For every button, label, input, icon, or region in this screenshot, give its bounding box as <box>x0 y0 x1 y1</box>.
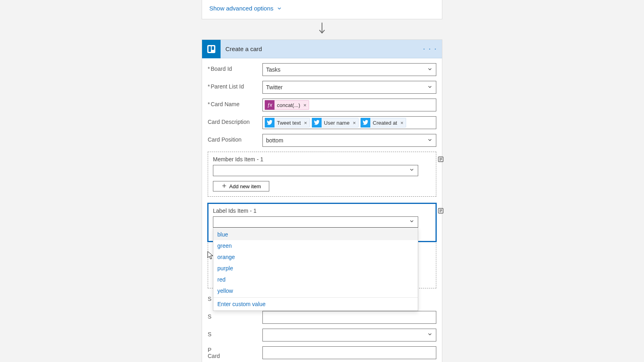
label-ids-dropdown[interactable] <box>213 216 418 228</box>
tweet-text-token[interactable]: Tweet text × <box>264 118 310 128</box>
twitter-icon <box>361 118 370 128</box>
parent-list-label: Parent List Id <box>208 81 259 94</box>
switch-array-mode-icon[interactable] <box>437 207 445 215</box>
option-orange[interactable]: orange <box>213 251 418 263</box>
remove-token-icon[interactable]: × <box>400 120 405 126</box>
svg-rect-3 <box>212 46 214 50</box>
trello-icon <box>202 40 221 58</box>
label-ids-options-panel: blue green orange purple red yellow Ente… <box>213 228 418 311</box>
parent-list-value: Twitter <box>266 84 283 90</box>
action-title: Create a card <box>221 45 262 52</box>
chevron-down-icon <box>409 167 415 174</box>
fx-token-concat[interactable]: ƒx concat(...) × <box>264 100 309 110</box>
show-advanced-toggle[interactable]: Show advanced options <box>202 3 442 12</box>
option-custom-value[interactable]: Enter custom value <box>213 297 418 310</box>
twitter-icon <box>265 118 275 128</box>
token-text: User name <box>323 120 351 126</box>
switch-array-mode-icon[interactable] <box>437 155 445 163</box>
chevron-down-icon <box>277 6 282 11</box>
obscured-field-label: S <box>208 329 259 341</box>
card-position-label: Card Position <box>208 134 259 147</box>
card-name-label: Card Name <box>208 99 259 111</box>
add-item-label: Add new item <box>229 183 261 189</box>
action-header[interactable]: Create a card · · · <box>202 40 442 58</box>
option-red[interactable]: red <box>213 274 418 285</box>
board-id-label: Board Id <box>208 63 259 76</box>
option-yellow[interactable]: yellow <box>213 285 418 296</box>
board-id-value: Tasks <box>266 66 281 73</box>
plus-icon <box>221 183 227 190</box>
show-advanced-label: Show advanced options <box>209 5 273 12</box>
fx-icon: ƒx <box>265 100 275 110</box>
card-position-dropdown[interactable]: bottom <box>262 134 436 147</box>
chevron-down-icon <box>427 137 433 144</box>
member-ids-dropdown[interactable] <box>213 165 418 176</box>
obscured-two-line-label: P Card <box>208 346 259 359</box>
fx-token-text: concat(...) <box>276 102 301 108</box>
card-desc-label: Card Description <box>208 116 259 129</box>
user-name-token[interactable]: User name × <box>312 118 359 128</box>
remove-token-icon[interactable]: × <box>352 120 357 126</box>
label-ids-label: Label Ids Item - 1 <box>213 208 431 214</box>
obscured-field-label: S <box>208 311 259 324</box>
option-green[interactable]: green <box>213 240 418 251</box>
token-text: Created at <box>372 120 398 126</box>
add-new-item-button[interactable]: Add new item <box>213 181 269 191</box>
flow-arrow-icon <box>0 22 644 37</box>
previous-card-input[interactable] <box>262 346 436 359</box>
obscured-dropdown[interactable] <box>262 329 436 341</box>
chevron-down-icon <box>427 84 433 91</box>
parent-list-dropdown[interactable]: Twitter <box>262 81 436 94</box>
option-purple[interactable]: purple <box>213 263 418 274</box>
remove-token-icon[interactable]: × <box>303 120 308 126</box>
card-name-input[interactable]: ƒx concat(...) × <box>262 99 436 111</box>
remove-token-icon[interactable]: × <box>303 102 308 108</box>
option-blue[interactable]: blue <box>213 229 418 240</box>
action-menu-button[interactable]: · · · <box>423 45 437 53</box>
obscured-text-input[interactable] <box>262 311 436 324</box>
twitter-icon <box>312 118 322 128</box>
token-text: Tweet text <box>276 120 301 126</box>
svg-rect-2 <box>208 46 211 52</box>
board-id-dropdown[interactable]: Tasks <box>262 63 436 76</box>
chevron-down-icon <box>409 218 415 226</box>
member-ids-label: Member Ids Item - 1 <box>213 156 431 162</box>
created-at-token[interactable]: Created at × <box>360 118 406 128</box>
card-desc-input[interactable]: Tweet text × User name × Created at × <box>262 116 436 129</box>
chevron-down-icon <box>427 66 433 73</box>
card-position-value: bottom <box>266 137 283 144</box>
chevron-down-icon <box>427 331 433 339</box>
action-card: Create a card · · · Board Id Tasks Paren… <box>202 39 442 362</box>
